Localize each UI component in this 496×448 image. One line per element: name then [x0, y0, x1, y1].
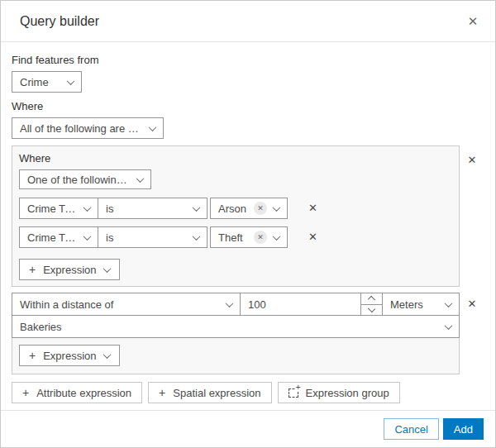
expression-group-1: Where One of the following are tr... Cri… [12, 145, 460, 287]
chevron-down-icon [83, 232, 92, 241]
remove-group-icon[interactable]: ✕ [460, 293, 484, 315]
field-select[interactable]: Crime Type [19, 226, 98, 248]
distance-input-wrap [241, 293, 383, 316]
clear-value-icon[interactable]: ✕ [254, 202, 267, 215]
chevron-down-icon [445, 322, 453, 330]
group-where-label: Where [19, 152, 452, 164]
field-value: Crime Type [27, 231, 76, 244]
spatial-expression-label: Spatial expression [173, 387, 260, 399]
add-attribute-expression-button[interactable]: + Attribute expression [12, 382, 142, 403]
remove-group-icon[interactable]: ✕ [460, 150, 484, 171]
target-layer-value: Bakeries [20, 321, 437, 333]
expression-group-2: Within a distance of [12, 293, 460, 374]
step-up-button[interactable] [361, 293, 382, 304]
chevron-down-icon [83, 203, 92, 212]
unit-select[interactable]: Meters [382, 293, 460, 316]
value-select[interactable]: Arson ✕ [210, 198, 288, 219]
close-icon[interactable]: ✕ [464, 12, 482, 31]
add-expression-label: Expression [43, 264, 96, 276]
add-expression-group-button[interactable]: Expression group [278, 382, 400, 403]
attribute-expression-label: Attribute expression [36, 387, 131, 399]
chevron-down-icon [193, 232, 201, 241]
chevron-down-icon [368, 305, 375, 312]
dialog-body: Find features from Crime Where All of th… [1, 42, 495, 410]
chevron-down-icon [193, 203, 201, 212]
source-layer-value: Crime [20, 76, 60, 88]
where-label: Where [12, 100, 484, 112]
plus-icon: + [29, 263, 36, 276]
expression-row: Crime Type is Arson ✕ ✕ [19, 198, 452, 219]
operator-select[interactable]: is [98, 226, 207, 248]
top-operator-select[interactable]: All of the following are true [12, 117, 164, 139]
chevron-down-icon [445, 299, 453, 307]
chevron-down-icon [103, 265, 111, 273]
unit-value: Meters [390, 298, 437, 311]
group-2-footer: + Expression [12, 338, 459, 374]
chevron-down-icon [273, 203, 281, 212]
chevron-down-icon [149, 123, 157, 131]
add-expression-button[interactable]: + Expression [19, 345, 120, 366]
chevron-up-icon [368, 296, 375, 303]
find-features-label: Find features from [12, 54, 484, 66]
expression-group-label: Expression group [306, 387, 389, 399]
step-down-button[interactable] [361, 304, 382, 316]
builder-actions: + Attribute expression + Spatial express… [12, 382, 484, 403]
query-builder-dialog: Query builder ✕ Find features from Crime… [0, 0, 496, 448]
expression-group-2-row: Within a distance of [12, 293, 484, 374]
operator-select[interactable]: is [98, 198, 207, 219]
chevron-down-icon [103, 350, 111, 359]
expression-group-1-row: Where One of the following are tr... Cri… [12, 145, 484, 287]
expression-row: Crime Type is Theft ✕ ✕ [19, 226, 452, 248]
add-expression-button[interactable]: + Expression [19, 259, 120, 280]
spatial-operator-select[interactable]: Within a distance of [12, 293, 241, 316]
plus-icon: + [29, 349, 36, 362]
add-expression-label: Expression [43, 350, 96, 362]
group-operator-value: One of the following are tr... [27, 174, 129, 186]
operator-value: is [106, 203, 185, 215]
target-layer-select[interactable]: Bakeries [12, 315, 460, 338]
clear-value-icon[interactable]: ✕ [254, 231, 267, 244]
field-select[interactable]: Crime Type [19, 198, 98, 219]
operator-value: is [106, 231, 185, 244]
add-spatial-expression-button[interactable]: + Spatial expression [148, 382, 271, 403]
dialog-footer: Cancel Add [1, 410, 495, 447]
value-select[interactable]: Theft ✕ [210, 226, 288, 248]
dialog-title: Query builder [20, 14, 464, 29]
distance-input[interactable] [241, 293, 360, 315]
top-operator-value: All of the following are true [20, 122, 141, 135]
add-button[interactable]: Add [443, 418, 484, 440]
distance-stepper [360, 293, 382, 315]
chevron-down-icon [67, 77, 75, 85]
value-text: Arson [218, 203, 246, 215]
chevron-down-icon [273, 232, 281, 241]
source-layer-select[interactable]: Crime [12, 71, 82, 93]
chevron-down-icon [136, 174, 145, 183]
chevron-down-icon [226, 299, 234, 307]
dialog-header: Query builder ✕ [1, 1, 495, 42]
expression-group-icon [289, 388, 298, 398]
value-text: Theft [218, 231, 243, 244]
remove-expression-icon[interactable]: ✕ [308, 226, 317, 248]
field-value: Crime Type [27, 203, 76, 215]
plus-icon: + [22, 386, 29, 399]
plus-icon: + [159, 386, 165, 399]
spatial-operator-value: Within a distance of [20, 298, 218, 311]
spatial-expression-row: Within a distance of [12, 293, 460, 316]
group-operator-select[interactable]: One of the following are tr... [19, 169, 151, 189]
cancel-button[interactable]: Cancel [384, 418, 438, 440]
remove-expression-icon[interactable]: ✕ [308, 198, 317, 219]
